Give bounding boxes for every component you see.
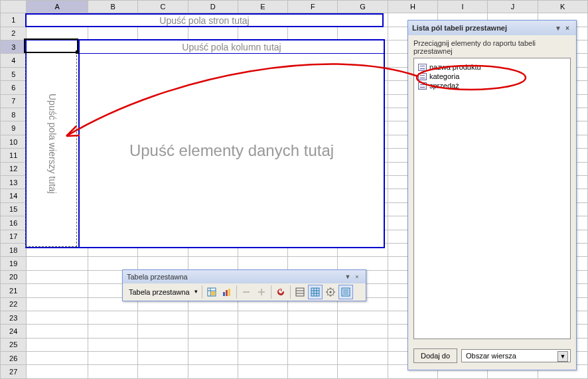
row-header[interactable]: 19 xyxy=(1,257,27,270)
field-label: kategoria xyxy=(429,72,459,80)
field-item-nazwa-produktu[interactable]: nazwa produktu xyxy=(417,62,567,72)
col-header[interactable]: K xyxy=(538,1,587,13)
col-header[interactable]: H xyxy=(388,1,437,13)
row-header[interactable]: 17 xyxy=(1,230,27,243)
row-header[interactable]: 23 xyxy=(1,311,27,324)
col-header[interactable]: E xyxy=(238,1,287,13)
row-header[interactable]: 20 xyxy=(1,270,27,283)
row-header[interactable]: 6 xyxy=(1,81,27,94)
field-list-titlebar[interactable]: Lista pól tabeli przestawnej ▼ × xyxy=(408,21,576,35)
svg-point-11 xyxy=(329,291,331,293)
col-header[interactable]: A xyxy=(27,1,88,13)
refresh-data-icon[interactable] xyxy=(273,285,288,299)
row-header[interactable]: 8 xyxy=(1,108,27,121)
field-label: nazwa produktu xyxy=(429,63,481,71)
pivot-table-menu-button[interactable]: Tabela przestawna xyxy=(125,286,200,298)
toolbar-options-icon[interactable]: ▼ xyxy=(343,272,352,281)
col-header[interactable]: B xyxy=(88,1,138,13)
toolbar-titlebar[interactable]: Tabela przestawna ▼ × xyxy=(123,270,366,283)
col-header[interactable]: J xyxy=(488,1,538,13)
row-header[interactable]: 9 xyxy=(1,121,27,135)
row-header[interactable]: 11 xyxy=(1,149,27,162)
field-settings-icon[interactable] xyxy=(323,285,338,299)
always-display-items-icon[interactable] xyxy=(308,285,323,299)
row-header[interactable]: 12 xyxy=(1,162,27,175)
row-header[interactable]: 16 xyxy=(1,216,27,230)
field-list-title-label: Lista pól tabeli przestawnej xyxy=(412,24,507,32)
svg-rect-1 xyxy=(211,291,215,295)
row-header[interactable]: 2 xyxy=(1,27,27,40)
row-header[interactable]: 14 xyxy=(1,189,27,202)
hide-detail-icon xyxy=(239,285,254,299)
row-header[interactable]: 21 xyxy=(1,284,27,297)
row-header[interactable]: 22 xyxy=(1,297,27,311)
close-icon[interactable]: × xyxy=(563,23,572,33)
include-hidden-icon[interactable] xyxy=(293,285,307,299)
row-header[interactable]: 10 xyxy=(1,135,27,148)
pivot-field-list-pane[interactable]: Lista pól tabeli przestawnej ▼ × Przecią… xyxy=(407,20,577,370)
pivot-drop-data-items[interactable]: Upuść elementy danych tutaj xyxy=(78,53,385,248)
col-header[interactable]: I xyxy=(438,1,488,13)
row-header[interactable]: 4 xyxy=(1,54,27,67)
svg-rect-3 xyxy=(226,290,228,296)
row-header[interactable]: 24 xyxy=(1,325,27,338)
pivot-table-toolbar[interactable]: Tabela przestawna ▼ × Tabela przestawna xyxy=(122,269,366,301)
format-report-icon[interactable] xyxy=(204,285,219,299)
area-select-dropdown[interactable]: Obszar wiersza xyxy=(461,349,571,362)
col-header[interactable]: D xyxy=(188,1,238,13)
row-header[interactable]: 26 xyxy=(1,352,27,365)
row-header[interactable]: 15 xyxy=(1,202,27,216)
row-header[interactable]: 18 xyxy=(1,243,27,256)
field-item-kategoria[interactable]: kategoria xyxy=(417,72,567,81)
row-header[interactable]: 27 xyxy=(1,365,27,379)
svg-rect-9 xyxy=(311,288,319,296)
close-icon[interactable]: × xyxy=(352,272,362,281)
pivot-drop-page-fields[interactable]: Upuść pola stron tutaj xyxy=(25,13,384,27)
chart-wizard-icon[interactable] xyxy=(220,285,234,299)
row-header[interactable]: 3 xyxy=(1,40,27,54)
field-icon xyxy=(418,82,427,90)
show-field-list-icon[interactable] xyxy=(338,285,353,299)
toolbar-title-label: Tabela przestawna xyxy=(127,273,188,281)
select-all-corner[interactable] xyxy=(1,1,27,13)
field-icon xyxy=(418,73,427,80)
field-list-box[interactable]: nazwa produktu kategoria sprzedaż xyxy=(413,58,571,339)
svg-rect-8 xyxy=(296,288,304,296)
add-to-button[interactable]: Dodaj do xyxy=(413,348,457,363)
svg-rect-2 xyxy=(223,292,225,296)
row-header[interactable]: 5 xyxy=(1,67,27,80)
svg-rect-5 xyxy=(243,291,250,293)
pivot-drop-column-fields[interactable]: Upuść pola kolumn tutaj xyxy=(78,39,385,53)
field-list-options-icon[interactable]: ▼ xyxy=(553,23,563,33)
field-icon xyxy=(418,64,427,71)
row-header[interactable]: 1 xyxy=(1,13,27,27)
field-list-subtitle: Przeciągnij elementy do raportu tabeli p… xyxy=(408,35,576,58)
svg-rect-7 xyxy=(261,289,262,295)
row-header[interactable]: 25 xyxy=(1,338,27,351)
svg-rect-4 xyxy=(228,289,230,296)
field-label: sprzedaż xyxy=(429,82,459,90)
col-header[interactable]: C xyxy=(138,1,188,13)
field-item-sprzedaz[interactable]: sprzedaż xyxy=(417,81,567,90)
pivot-drop-row-fields[interactable]: Upuść pola wierszy tutaj xyxy=(25,39,78,248)
show-detail-icon xyxy=(254,285,269,299)
row-header[interactable]: 13 xyxy=(1,176,27,189)
row-header[interactable]: 7 xyxy=(1,94,27,108)
col-header[interactable]: F xyxy=(288,1,338,13)
col-header[interactable]: G xyxy=(338,1,388,13)
